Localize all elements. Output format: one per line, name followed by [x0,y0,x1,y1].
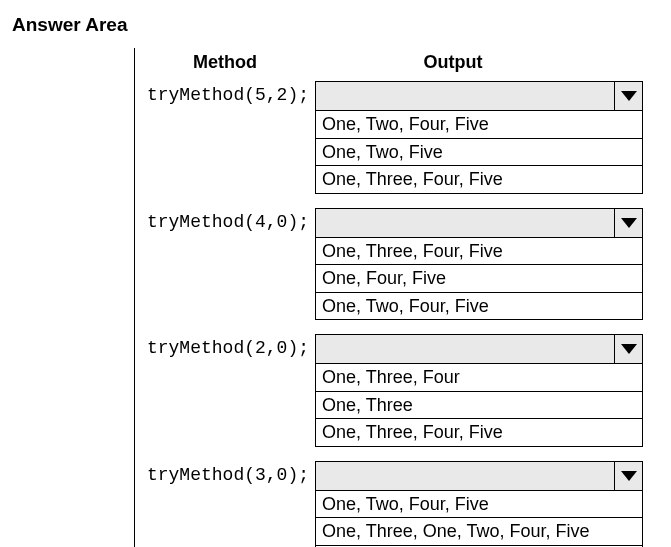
question-row: tryMethod(3,0); One, Two, Four, Five One… [135,461,671,548]
output-dropdown[interactable] [315,208,643,238]
dropdown-selected [316,82,614,110]
section-title: Answer Area [8,8,671,48]
chevron-down-icon[interactable] [614,82,642,110]
dropdown-option[interactable]: One, Three [316,391,642,419]
method-call: tryMethod(3,0); [135,461,315,485]
dropdown-option[interactable]: One, Two, Four, Five [316,292,642,320]
dropdown-options: One, Two, Four, Five One, Two, Five One,… [315,111,643,194]
question-row: tryMethod(2,0); One, Three, Four One, Th… [135,334,671,461]
dropdown-selected [316,209,614,237]
dropdown-option[interactable]: One, Two, Five [316,138,642,166]
output-dropdown[interactable] [315,461,643,491]
column-headers: Method Output [135,48,671,81]
answer-area: Answer Area Method Output tryMethod(5,2)… [0,0,671,547]
dropdown-option[interactable]: One, Three, Four, Five [316,165,642,193]
dropdown-option[interactable]: One, Three, One, Two, Four, Five [316,517,642,545]
header-method: Method [135,52,315,73]
output-dropdown[interactable] [315,334,643,364]
dropdown-options: One, Two, Four, Five One, Three, One, Tw… [315,491,643,548]
dropdown-option[interactable]: One, Three, Four [316,364,642,391]
svg-marker-2 [621,344,637,354]
svg-marker-3 [621,471,637,481]
svg-marker-1 [621,218,637,228]
svg-marker-0 [621,91,637,101]
chevron-down-icon[interactable] [614,462,642,490]
dropdown-option[interactable]: One, Two, Four, Five [316,491,642,518]
chevron-down-icon[interactable] [614,335,642,363]
dropdown-option[interactable]: One, Three, Four, Five [316,418,642,446]
question-row: tryMethod(5,2); One, Two, Four, Five One… [135,81,671,208]
dropdown-selected [316,462,614,490]
header-output: Output [315,52,671,73]
method-call: tryMethod(4,0); [135,208,315,232]
method-call: tryMethod(5,2); [135,81,315,105]
dropdown-option[interactable]: One, Four, Five [316,264,642,292]
dropdown-option[interactable]: One, Two, Four, Five [316,111,642,138]
method-call: tryMethod(2,0); [135,334,315,358]
dropdown-option[interactable]: One, Three, Four, Five [316,238,642,265]
dropdown-options: One, Three, Four, Five One, Four, Five O… [315,238,643,321]
output-dropdown[interactable] [315,81,643,111]
dropdown-selected [316,335,614,363]
chevron-down-icon[interactable] [614,209,642,237]
dropdown-options: One, Three, Four One, Three One, Three, … [315,364,643,447]
question-row: tryMethod(4,0); One, Three, Four, Five O… [135,208,671,335]
